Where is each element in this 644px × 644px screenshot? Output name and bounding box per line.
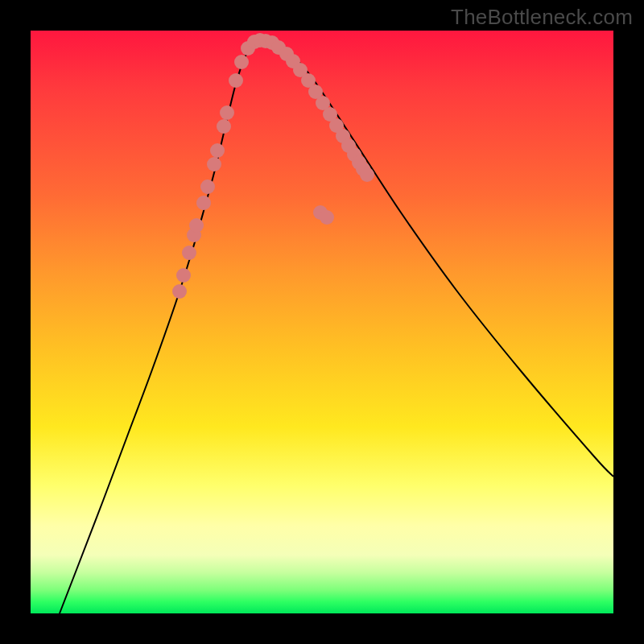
plot-area	[31, 31, 613, 613]
marker-dot	[234, 55, 249, 69]
marker-dot	[217, 119, 231, 134]
marker-dot	[210, 143, 225, 158]
marker-dot	[229, 73, 243, 88]
marker-dot	[196, 196, 211, 210]
marker-dot	[182, 246, 196, 260]
marker-layer	[172, 33, 374, 299]
marker-dot	[320, 210, 334, 225]
watermark-text: TheBottleneck.com	[451, 5, 633, 30]
marker-dot	[207, 157, 221, 171]
marker-dot	[189, 218, 204, 233]
marker-dot	[176, 268, 191, 283]
marker-dot	[220, 105, 234, 120]
marker-dot	[360, 167, 374, 182]
marker-dot	[200, 180, 215, 194]
chart-frame: TheBottleneck.com	[0, 0, 644, 644]
marker-dot	[172, 284, 187, 299]
chart-svg	[31, 31, 613, 613]
